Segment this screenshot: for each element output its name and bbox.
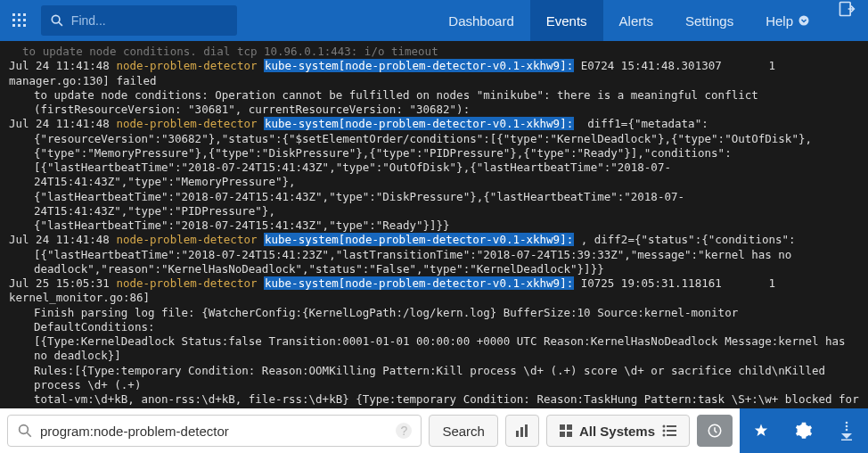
search-button[interactable]: Search (429, 415, 498, 447)
search-icon (17, 423, 33, 439)
svg-point-9 (52, 15, 60, 23)
systems-filter-label: All Systems (579, 424, 655, 439)
nav-events[interactable]: Events (530, 0, 603, 41)
log-continuation: [{Type:KernelDeadlock Status:false Trans… (9, 334, 859, 364)
svg-rect-20 (560, 432, 565, 437)
systems-filter-button[interactable]: All Systems (546, 415, 690, 447)
query-help-icon[interactable]: ? (396, 423, 412, 439)
log-continuation: [{"lastHeartbeatTime":"2018-07-24T15:41:… (9, 248, 859, 262)
nav-settings[interactable]: Settings (669, 0, 749, 41)
svg-point-24 (663, 430, 666, 432)
log-program: node-problem-detector (116, 276, 257, 290)
log-program: node-problem-detector (116, 233, 257, 246)
svg-rect-2 (23, 13, 26, 16)
svg-point-11 (799, 15, 809, 25)
query-input[interactable] (40, 424, 396, 439)
log-line: Jul 25 15:05:31 node-problem-detector ku… (9, 276, 859, 306)
svg-rect-6 (12, 24, 15, 27)
log-continuation: [{"lastHeartbeatTime":"2018-07-24T15:41:… (9, 161, 859, 190)
download-button[interactable] (825, 408, 868, 453)
log-timestamp: Jul 24 11:41:48 (9, 59, 116, 72)
svg-point-30 (846, 425, 848, 428)
clock-icon (707, 423, 723, 439)
log-continuation: Finish parsing log file: {WatcherConfig:… (9, 306, 859, 335)
settings-button[interactable] (782, 408, 825, 453)
log-continuation: Rules:[{Type:temporary Condition: Reason… (9, 364, 859, 393)
time-range-button[interactable] (697, 415, 733, 447)
search-button-label: Search (442, 424, 485, 439)
log-timestamp: Jul 25 15:05:31 (9, 276, 116, 290)
bookmark-button[interactable] (740, 408, 782, 453)
log-message: diff1={"metadata": (574, 117, 708, 130)
svg-point-13 (20, 425, 29, 434)
nav-help[interactable]: Help (749, 0, 825, 41)
log-continuation: {"resourceVersion":"30682"},"status":{"$… (9, 132, 859, 146)
log-line: Jul 24 11:41:48 node-problem-detector ku… (9, 117, 859, 131)
svg-rect-5 (23, 19, 26, 21)
bookmark-icon (753, 423, 769, 439)
svg-point-29 (846, 422, 848, 424)
nav-help-label: Help (766, 13, 793, 29)
nav-dashboard[interactable]: Dashboard (432, 0, 529, 41)
bar-chart-icon (515, 424, 529, 438)
svg-point-22 (663, 425, 666, 428)
top-search-input[interactable] (71, 13, 228, 28)
svg-rect-0 (12, 13, 15, 16)
right-dock (740, 408, 868, 453)
log-continuation: deadlock","reason":"KernelHasNoDeadlock"… (9, 262, 859, 276)
top-search-box[interactable] (41, 5, 237, 36)
svg-rect-23 (667, 425, 676, 427)
log-program: node-problem-detector (116, 117, 257, 130)
svg-line-14 (27, 432, 31, 437)
svg-rect-3 (12, 19, 15, 21)
nav-alerts[interactable]: Alerts (603, 0, 669, 41)
svg-rect-17 (525, 424, 528, 437)
log-location: kube-system[node-problem-detector-v0.1-x… (264, 276, 574, 290)
apps-menu-icon[interactable] (0, 13, 39, 28)
logout-icon[interactable] (825, 0, 868, 41)
svg-point-26 (663, 434, 666, 437)
list-icon (662, 424, 676, 437)
gear-icon (795, 422, 813, 440)
log-continuation: {"lastHeartbeatTime":"2018-07-24T15:41:4… (9, 218, 859, 233)
log-continuation: to update node conditions: Operation can… (9, 88, 859, 118)
log-continuation: {"lastHeartbeatTime":"2018-07-24T15:41:4… (9, 190, 859, 219)
grid-icon (560, 424, 572, 437)
log-message: , diff2={"status":{"conditions": (574, 233, 795, 246)
log-continuation: {"type":"MemoryPressure"},{"type":"DiskP… (9, 146, 859, 161)
log-line: Jul 24 11:41:48 node-problem-detector ku… (9, 233, 859, 247)
svg-rect-18 (560, 424, 565, 430)
search-icon (50, 12, 64, 29)
top-nav: Dashboard Events Alerts Settings Help (432, 0, 868, 41)
log-timestamp: Jul 24 11:41:48 (9, 117, 116, 130)
bottom-bar: ? Search All Systems (0, 408, 868, 453)
log-location: kube-system[node-problem-detector-v0.1-x… (264, 233, 574, 246)
top-bar: Dashboard Events Alerts Settings Help (0, 0, 868, 41)
log-program: node-problem-detector (116, 59, 257, 72)
log-location: kube-system[node-problem-detector-v0.1-x… (264, 117, 574, 130)
chevron-down-icon (798, 13, 809, 29)
svg-rect-4 (18, 19, 20, 21)
svg-rect-27 (667, 434, 676, 436)
log-line: Jul 24 11:41:48 node-problem-detector ku… (9, 59, 859, 88)
log-timestamp: Jul 24 11:41:48 (9, 233, 116, 246)
log-viewer[interactable]: to update node conditions. dial tcp 10.9… (0, 41, 868, 408)
svg-rect-7 (18, 24, 20, 27)
svg-rect-19 (567, 424, 572, 430)
log-continuation: total-vm:\d+kB, anon-rss:\d+kB, file-rss… (9, 392, 859, 408)
query-box[interactable]: ? (7, 415, 422, 447)
log-location: kube-system[node-problem-detector-v0.1-x… (264, 59, 574, 72)
svg-point-31 (846, 429, 848, 432)
svg-rect-32 (841, 440, 852, 441)
svg-rect-15 (516, 431, 519, 437)
chart-toggle-button[interactable] (505, 415, 539, 447)
svg-rect-21 (567, 432, 572, 437)
svg-rect-1 (18, 13, 20, 16)
svg-rect-16 (520, 427, 523, 437)
svg-rect-25 (667, 430, 676, 432)
log-line: to update node conditions. dial tcp 10.9… (9, 45, 859, 59)
download-icon (839, 421, 854, 441)
svg-line-10 (59, 22, 62, 26)
svg-rect-8 (23, 24, 26, 27)
